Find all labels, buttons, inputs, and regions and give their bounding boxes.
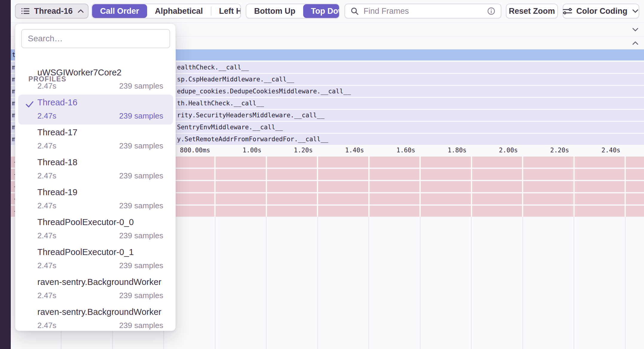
profile-duration: 2.47s <box>37 111 57 121</box>
direction-segmented-control: Bottom Up Top Down <box>246 4 340 19</box>
profile-stats: 2.47s 239 samples <box>37 81 163 91</box>
profile-name: Thread-19 <box>37 187 77 197</box>
color-coding-button[interactable]: Color Coding <box>563 4 639 19</box>
profile-name: uWSGIWorker7Core2 <box>37 68 122 78</box>
profile-name: raven-sentry.BackgroundWorker <box>37 277 161 287</box>
sort-alphabetical-button[interactable]: Alphabetical <box>147 4 211 18</box>
profile-stats: 2.47s 239 samples <box>37 261 163 270</box>
thread-selector-label: Thread-16 <box>34 7 73 16</box>
sort-call-order-button[interactable]: Call Order <box>92 4 147 18</box>
chevron-up-icon <box>77 7 85 15</box>
profile-list-item[interactable]: Thread-17 2.47s 239 samples <box>18 125 173 154</box>
profile-sample-count: 239 samples <box>119 81 163 91</box>
gridline <box>625 217 626 349</box>
chevron-down-icon[interactable] <box>631 26 639 34</box>
time-axis-label: 1.20s <box>294 146 313 155</box>
time-axis-label: 800.00ms <box>180 146 210 155</box>
info-icon[interactable] <box>487 7 495 15</box>
list-icon <box>21 7 30 16</box>
profile-stats: 2.47s 239 samples <box>37 231 163 240</box>
profile-list-item[interactable]: ThreadPoolExecutor-0_1 2.47s 239 samples <box>18 244 173 274</box>
color-coding-label: Color Coding <box>576 7 628 16</box>
profile-stats: 2.47s 239 samples <box>37 201 163 210</box>
thread-selector-button[interactable]: Thread-16 <box>15 4 88 19</box>
frame-row-text: edupe_cookies.DedupeCookiesMiddleware.__… <box>177 86 351 97</box>
profile-name: Thread-16 <box>37 98 77 107</box>
profile-name: ThreadPoolExecutor-0_0 <box>37 217 134 227</box>
profile-sample-count: 239 samples <box>119 171 163 180</box>
find-frames-input[interactable] <box>363 6 483 16</box>
time-axis-label: 2.40s <box>602 146 620 155</box>
gridline <box>420 217 421 349</box>
frame-row-text: sp.CspHeaderMiddleware.__call__ <box>177 74 294 85</box>
profile-name: Thread-18 <box>37 157 77 167</box>
frame-row-text: ealthCheck.__call__ <box>177 62 249 73</box>
profile-sample-count: 239 samples <box>119 291 163 300</box>
profile-stats: 2.47s 239 samples <box>37 291 163 300</box>
time-axis-label: 1.60s <box>396 146 415 155</box>
profile-name: Thread-17 <box>37 128 77 137</box>
profile-duration: 2.47s <box>37 291 57 300</box>
profile-sample-count: 239 samples <box>119 261 163 270</box>
profile-duration: 2.47s <box>37 321 57 330</box>
profile-stats: 2.47s 239 samples <box>37 111 163 121</box>
profile-duration: 2.47s <box>37 201 57 210</box>
gridline <box>215 217 216 349</box>
search-icon <box>350 7 359 15</box>
sort-left-heavy-button[interactable]: Left Heavy <box>211 4 241 18</box>
profile-stats: 2.47s 239 samples <box>37 171 163 180</box>
time-axis-label: 2.00s <box>499 146 518 155</box>
profile-sample-count: 239 samples <box>119 231 163 240</box>
gridline <box>573 217 574 349</box>
find-frames-search[interactable] <box>344 4 501 19</box>
profile-name: ThreadPoolExecutor-0_1 <box>37 247 134 257</box>
profile-list-item[interactable]: ThreadPoolExecutor-0_0 2.47s 239 samples <box>18 214 173 244</box>
frame-row-text: SentryEnvMiddleware.__call__ <box>177 122 283 133</box>
check-icon <box>25 99 34 109</box>
profile-duration: 2.47s <box>37 261 57 270</box>
profile-name: raven-sentry.BackgroundWorker <box>37 307 161 317</box>
chevron-up-icon[interactable] <box>631 39 639 47</box>
profile-list-item[interactable]: Thread-16 2.47s 239 samples <box>18 95 173 125</box>
profile-duration: 2.47s <box>37 81 57 91</box>
gridline <box>471 217 472 349</box>
gridline <box>522 217 523 349</box>
gridline <box>368 217 369 349</box>
profile-duration: 2.47s <box>37 141 57 151</box>
profile-list-item[interactable]: raven-sentry.BackgroundWorker 2.47s 239 … <box>18 304 173 334</box>
profile-duration: 2.47s <box>37 171 57 180</box>
thread-profiles-dropdown: PROFILES uWSGIWorker7Core2 2.47s 239 sam… <box>15 23 176 331</box>
top-down-button[interactable]: Top Down <box>303 4 340 18</box>
sliders-icon <box>563 7 572 16</box>
profile-duration: 2.47s <box>37 231 57 240</box>
flamegraph-toolbar: Thread-16 Call Order Alphabetical Left H… <box>11 0 644 22</box>
gridline <box>317 217 318 349</box>
profile-sample-count: 239 samples <box>119 141 163 151</box>
profile-list-item[interactable]: Thread-19 2.47s 239 samples <box>18 184 173 214</box>
reset-zoom-button[interactable]: Reset Zoom <box>506 4 558 19</box>
profile-sample-count: 239 samples <box>119 201 163 210</box>
profile-list-item[interactable]: Thread-18 2.47s 239 samples <box>18 154 173 184</box>
profiling-flamegraph-screen: Thread-16 Call Order Alphabetical Left H… <box>0 0 644 349</box>
time-axis-label: 1.00s <box>242 146 261 155</box>
profile-sample-count: 239 samples <box>119 321 163 330</box>
app-sidebar-strip <box>0 0 11 349</box>
profile-sample-count: 239 samples <box>119 111 163 121</box>
sort-mode-segmented-control: Call Order Alphabetical Left Heavy <box>91 4 241 19</box>
gridline <box>266 217 267 349</box>
profile-stats: 2.47s 239 samples <box>37 141 163 151</box>
bottom-up-button[interactable]: Bottom Up <box>246 4 303 18</box>
profiles-search-input[interactable] <box>21 29 170 48</box>
profile-list-item[interactable]: raven-sentry.BackgroundWorker 2.47s 239 … <box>18 274 173 304</box>
frame-row-text: y.SetRemoteAddrFromForwardedFor.__call__ <box>177 134 328 145</box>
time-axis-label: 2.20s <box>550 146 569 155</box>
profile-list-item[interactable]: uWSGIWorker7Core2 2.47s 239 samples <box>18 65 173 95</box>
chevron-down-icon <box>631 7 639 15</box>
time-axis-label: 1.40s <box>345 146 364 155</box>
time-axis-label: 1.80s <box>448 146 466 155</box>
frame-row-text: th.HealthCheck.__call__ <box>177 98 264 109</box>
frame-row-text: rity.SecurityHeadersMiddleware.__call__ <box>177 110 324 121</box>
profile-stats: 2.47s 239 samples <box>37 321 163 330</box>
